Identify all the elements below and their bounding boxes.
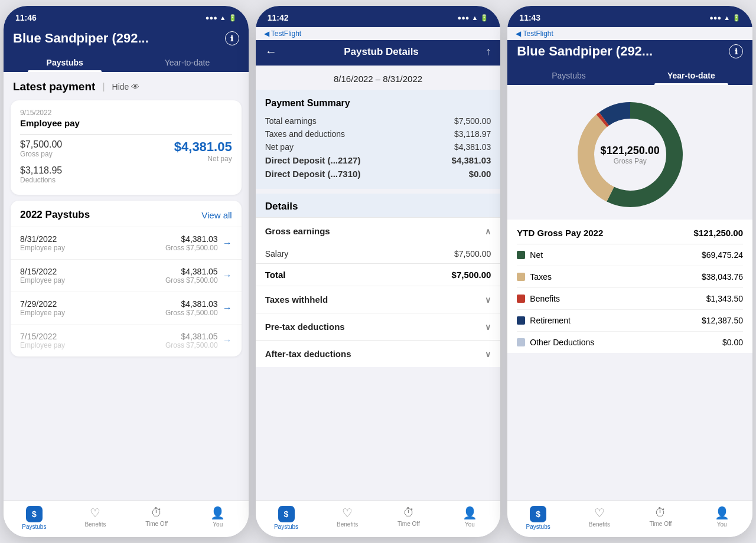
aftertax-deductions-section[interactable]: After-tax deductions ∨ bbox=[256, 340, 501, 367]
deductions-amount: $3,118.95 bbox=[20, 165, 62, 176]
content-1: Latest payment | Hide 👁 9/15/2022 Employ… bbox=[4, 72, 249, 501]
tab-ytd-1[interactable]: Year-to-date bbox=[126, 52, 248, 72]
nav-benefits-label-3: Benefits bbox=[589, 521, 610, 528]
nav-paystubs-2[interactable]: $ Paystubs bbox=[269, 506, 304, 530]
testflight-back-2[interactable]: ◀ TestFlight bbox=[264, 30, 301, 38]
paystubs-nav-icon: $ bbox=[26, 506, 43, 522]
pretax-deductions-section[interactable]: Pre-tax deductions ∨ bbox=[256, 313, 501, 340]
arrow-icon: → bbox=[223, 238, 232, 248]
summary-value: $4,381.03 bbox=[454, 142, 491, 152]
back-button-2[interactable]: ← bbox=[265, 45, 277, 58]
nav-paystubs-1[interactable]: $ Paystubs bbox=[17, 506, 52, 530]
list-item[interactable]: 7/15/2022 Employee pay $4,381.05 Gross $… bbox=[11, 324, 242, 356]
paystub-title-2: Paystub Details bbox=[344, 46, 419, 58]
summary-value: $7,500.00 bbox=[454, 116, 491, 126]
nav-benefits-label-2: Benefits bbox=[337, 521, 358, 528]
paystubs-list-header: 2022 Paystubs View all bbox=[11, 201, 242, 227]
ytd-stats: YTD Gross Pay 2022 $121,250.00 Net $69,4… bbox=[507, 220, 752, 353]
testflight-back-3[interactable]: ◀ TestFlight bbox=[516, 30, 553, 38]
phone-1: 11:46 ●●● ▲ 🔋 Blue Sandpiper (292... ℹ P… bbox=[4, 6, 249, 537]
nav-benefits-1[interactable]: ♡ Benefits bbox=[77, 506, 113, 530]
hide-button[interactable]: Hide 👁 bbox=[112, 82, 140, 91]
item-gross: Gross $7,500.00 bbox=[165, 309, 218, 317]
nav-timeoff-1[interactable]: ⏱ Time Off bbox=[139, 506, 174, 530]
nav-paystubs-label-3: Paystubs bbox=[526, 524, 550, 530]
taxes-value: $38,043.76 bbox=[702, 272, 743, 282]
bottom-nav-1: $ Paystubs ♡ Benefits ⏱ Time Off 👤 You bbox=[4, 501, 249, 537]
arrow-icon: → bbox=[223, 335, 232, 346]
info-icon-1[interactable]: ℹ bbox=[225, 31, 239, 45]
signal-icon: ●●● bbox=[206, 14, 217, 21]
tab-paystubs-3[interactable]: Paystubs bbox=[507, 65, 630, 85]
summary-label: Direct Deposit (...7310) bbox=[265, 169, 361, 179]
gross-earnings-section[interactable]: Gross earnings ∧ bbox=[256, 217, 501, 244]
nav-you-1[interactable]: 👤 You bbox=[200, 506, 236, 530]
nav-timeoff-2[interactable]: ⏱ Time Off bbox=[391, 506, 426, 530]
paystubs-list-title: 2022 Paystubs bbox=[20, 209, 90, 221]
gross-total-row: Total $7,500.00 bbox=[256, 263, 501, 286]
status-icons-3: ●●● ▲ 🔋 bbox=[709, 14, 741, 22]
benefits-value: $1,343.50 bbox=[706, 294, 743, 303]
tab-paystubs-1[interactable]: Paystubs bbox=[4, 52, 126, 72]
app-header-1: Blue Sandpiper (292... ℹ bbox=[4, 27, 249, 52]
content-2: 8/16/2022 – 8/31/2022 Payment Summary To… bbox=[256, 66, 501, 501]
gross-pay-row: $7,500.00 Gross pay $4,381.05 Net pay bbox=[20, 139, 232, 163]
item-date: 7/15/2022 bbox=[20, 332, 65, 341]
nav-paystubs-3[interactable]: $ Paystubs bbox=[520, 506, 556, 530]
wifi-icon-3: ▲ bbox=[724, 14, 730, 21]
nav-timeoff-3[interactable]: ⏱ Time Off bbox=[643, 506, 678, 530]
taxes-withheld-section[interactable]: Taxes withheld ∨ bbox=[256, 286, 501, 313]
donut-amount: $121,250.00 bbox=[601, 145, 660, 157]
details-section: Details Gross earnings ∧ Salary $7,500.0… bbox=[256, 194, 501, 367]
info-icon-3[interactable]: ℹ bbox=[729, 44, 743, 58]
nav-you-label-2: You bbox=[465, 521, 475, 528]
wifi-icon-2: ▲ bbox=[471, 14, 478, 21]
taxes-withheld-label: Taxes withheld bbox=[265, 295, 328, 305]
eye-icon: 👁 bbox=[131, 82, 139, 91]
share-button-2[interactable]: ↑ bbox=[485, 45, 491, 58]
nav-you-3[interactable]: 👤 You bbox=[704, 506, 739, 530]
tab-ytd-3[interactable]: Year-to-date bbox=[630, 65, 752, 85]
summary-row-bold: Direct Deposit (...2127) $4,381.03 bbox=[265, 153, 491, 167]
nav-benefits-2[interactable]: ♡ Benefits bbox=[330, 506, 365, 530]
donut-chart: $121,250.00 Gross Pay bbox=[571, 96, 689, 214]
view-all-button[interactable]: View all bbox=[201, 210, 232, 220]
benefits-label: Benefits bbox=[530, 294, 560, 303]
other-value: $0.00 bbox=[722, 338, 743, 347]
chevron-down-icon: ∨ bbox=[485, 322, 491, 332]
net-label: Net bbox=[530, 250, 543, 260]
nav-you-2[interactable]: 👤 You bbox=[452, 506, 487, 530]
timeoff-nav-icon: ⏱ bbox=[151, 506, 162, 519]
retirement-legend-dot bbox=[517, 316, 525, 325]
item-type: Employee pay bbox=[20, 276, 65, 284]
retirement-label: Retirement bbox=[530, 316, 570, 325]
summary-row: Total earnings $7,500.00 bbox=[265, 115, 491, 127]
item-net: $4,381.03 bbox=[165, 234, 218, 244]
summary-row-bold: Direct Deposit (...7310) $0.00 bbox=[265, 167, 491, 181]
item-net: $4,381.03 bbox=[165, 299, 218, 309]
list-item[interactable]: 8/15/2022 Employee pay $4,381.05 Gross $… bbox=[11, 259, 242, 292]
testflight-bar-3: ◀ TestFlight bbox=[507, 27, 752, 40]
payment-card: 9/15/2022 Employee pay $7,500.00 Gross p… bbox=[11, 100, 242, 195]
ytd-title: YTD Gross Pay 2022 bbox=[517, 228, 603, 238]
timeoff-nav-icon-3: ⏱ bbox=[654, 506, 666, 519]
donut-label: $121,250.00 Gross Pay bbox=[601, 145, 660, 165]
list-item[interactable]: 7/29/2022 Employee pay $4,381.03 Gross $… bbox=[11, 292, 242, 324]
net-pay-amount: $4,381.05 bbox=[174, 139, 232, 155]
other-label: Other Deductions bbox=[530, 338, 594, 347]
donut-subtitle: Gross Pay bbox=[601, 157, 660, 165]
pretax-deductions-label: Pre-tax deductions bbox=[265, 322, 345, 332]
list-item[interactable]: 8/31/2022 Employee pay $4,381.03 Gross $… bbox=[11, 227, 242, 259]
summary-label: Taxes and deductions bbox=[265, 129, 345, 139]
battery-icon: 🔋 bbox=[229, 14, 237, 22]
ytd-chart-area: $121,250.00 Gross Pay bbox=[507, 85, 752, 220]
benefits-nav-icon-2: ♡ bbox=[342, 506, 353, 520]
ytd-total: $121,250.00 bbox=[694, 228, 743, 238]
wifi-icon: ▲ bbox=[220, 14, 226, 21]
item-gross: Gross $7,500.00 bbox=[165, 276, 218, 284]
gross-pay-amount: $7,500.00 bbox=[20, 139, 62, 150]
gross-total-label: Total bbox=[265, 270, 286, 280]
item-date: 8/31/2022 bbox=[20, 234, 65, 244]
nav-you-label-3: You bbox=[717, 521, 727, 528]
nav-benefits-3[interactable]: ♡ Benefits bbox=[582, 506, 617, 530]
